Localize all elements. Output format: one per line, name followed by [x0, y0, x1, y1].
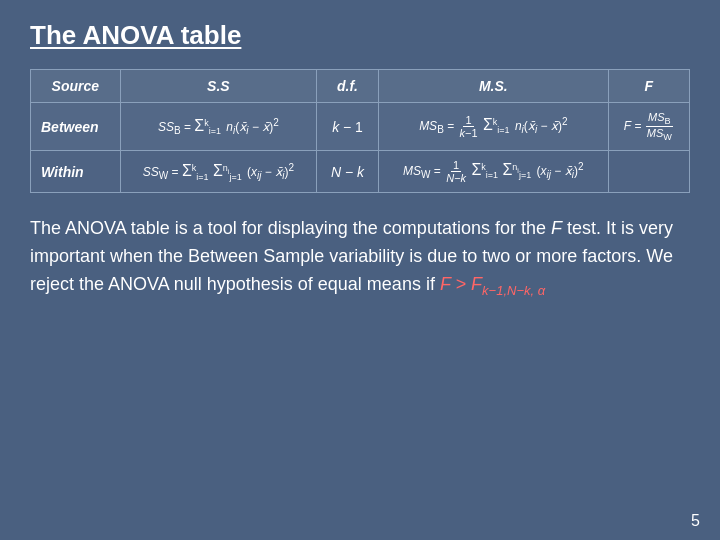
within-df: N − k — [317, 151, 379, 193]
between-source: Between — [31, 103, 121, 151]
anova-table: Source S.S d.f. M.S. F Between SSB = Σki… — [30, 69, 690, 193]
page-number: 5 — [691, 512, 700, 530]
within-source: Within — [31, 151, 121, 193]
between-df: k − 1 — [317, 103, 379, 151]
col-header-df: d.f. — [317, 70, 379, 103]
page-title: The ANOVA table — [30, 20, 690, 51]
col-header-ss: S.S — [120, 70, 317, 103]
between-ms: MSB = 1k−1 Σki=1 ni(x̄i − x̄)2 — [378, 103, 608, 151]
between-f: F = MSB MSW — [608, 103, 689, 151]
description-block: The ANOVA table is a tool for displaying… — [30, 215, 690, 520]
within-f — [608, 151, 689, 193]
table-row-within: Within SSW = Σki=1 Σnij=1 (xij − x̄i)2 N… — [31, 151, 690, 193]
col-header-ms: M.S. — [378, 70, 608, 103]
within-ms: MSW = 1N−k Σki=1 Σnij=1 (xij − x̄i)2 — [378, 151, 608, 193]
page-container: The ANOVA table Source S.S d.f. M.S. F B… — [0, 0, 720, 540]
col-header-source: Source — [31, 70, 121, 103]
between-ss: SSB = Σki=1 ni(x̄i − x̄)2 — [120, 103, 317, 151]
within-ss: SSW = Σki=1 Σnij=1 (xij − x̄i)2 — [120, 151, 317, 193]
col-header-f: F — [608, 70, 689, 103]
table-row-between: Between SSB = Σki=1 ni(x̄i − x̄)2 k − 1 … — [31, 103, 690, 151]
